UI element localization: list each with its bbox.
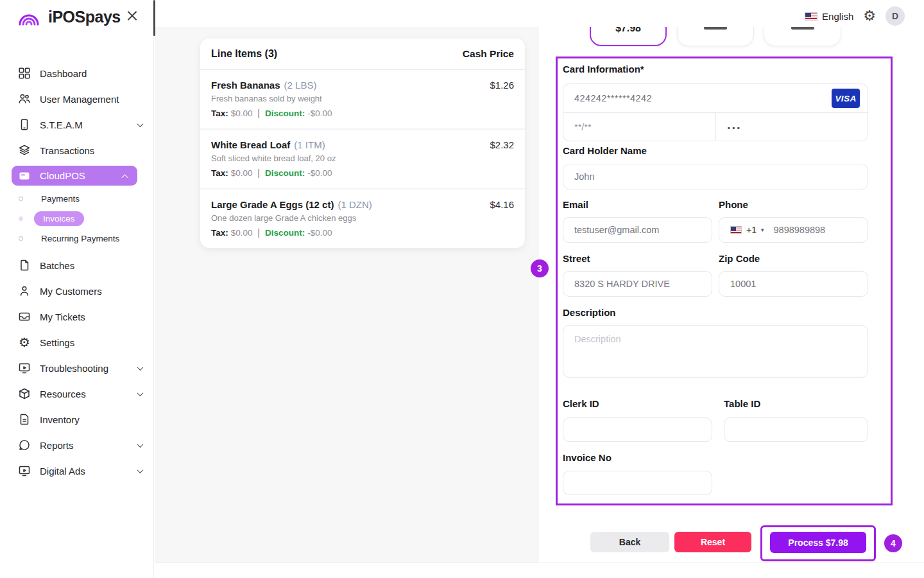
table-id-label: Table ID: [724, 398, 760, 409]
sidebar-item-label: CloudPOS: [40, 170, 85, 181]
user-avatar[interactable]: D: [886, 6, 905, 26]
sidebar-nav: Dashboard User Management S.T.E.A.M: [0, 60, 154, 484]
line-item-row: Fresh Bananas (2 LBS) $1.26 Fresh banana…: [200, 70, 525, 128]
description-input[interactable]: [563, 325, 868, 378]
sidebar-item-label: Inventory: [40, 414, 80, 425]
cash-price-header: Cash Price: [463, 48, 514, 60]
bottom-divider: [155, 563, 924, 563]
annotation-step-3: 3: [531, 259, 549, 277]
sidebar-item-label: S.T.E.A.M: [40, 119, 83, 130]
sidebar: iPOSpays Dashboard User Managem: [0, 0, 154, 578]
chevron-down-icon[interactable]: ▾: [761, 227, 764, 233]
sidebar-item-label: Dashboard: [40, 68, 87, 79]
discount-value: -$0.00: [307, 228, 332, 238]
sidebar-item-batches[interactable]: Batches: [0, 252, 154, 278]
tax-label: Tax:: [211, 228, 228, 238]
card-holder-input[interactable]: [563, 164, 868, 189]
sidebar-subitem-recurring-payments[interactable]: Recurring Payments: [0, 229, 154, 249]
item-description: Soft sliced white bread loaf, 20 oz: [211, 153, 514, 163]
discount-value: -$0.00: [307, 109, 332, 118]
line-items-title: Line Items (3): [211, 48, 277, 60]
screen-ads-icon: [18, 464, 31, 477]
discount-label: Discount:: [265, 109, 305, 118]
annotation-step-4: 4: [884, 534, 902, 552]
sidebar-item-label: Batches: [40, 260, 74, 271]
zip-code-input[interactable]: [719, 271, 868, 297]
dashboard-icon: [18, 67, 31, 80]
language-selector[interactable]: English: [805, 11, 853, 22]
us-flag-icon: [805, 12, 817, 21]
sidebar-item-reports[interactable]: Reports: [0, 432, 154, 458]
bullet-icon: [19, 197, 23, 201]
sidebar-item-label: Settings: [40, 337, 74, 348]
file-text-icon: [18, 413, 31, 426]
visa-icon: VISA: [832, 89, 860, 108]
sidebar-item-label: Troubleshooting: [40, 363, 108, 374]
sidebar-item-cloudpos[interactable]: CloudPOS: [12, 166, 137, 186]
item-name: Fresh Bananas: [211, 80, 280, 91]
subitem-label: Payments: [41, 194, 80, 204]
card-cvv-field[interactable]: ...: [715, 112, 868, 141]
sidebar-item-resources[interactable]: Resources: [0, 381, 154, 407]
item-price: $2.32: [490, 139, 514, 150]
card-number-field[interactable]: 424242******4242 VISA: [563, 83, 868, 113]
chevron-down-icon: [137, 121, 144, 127]
chevron-down-icon: [137, 467, 144, 473]
back-button[interactable]: Back: [590, 532, 669, 552]
sidebar-subitem-invoices[interactable]: Invoices: [0, 209, 154, 229]
sidebar-item-settings[interactable]: ⚙ Settings: [0, 329, 154, 355]
card-holder-label: Card Holder Name: [563, 145, 647, 156]
tax-value: $0.00: [231, 228, 253, 238]
item-name: Large Grade A Eggs (12 ct): [211, 199, 334, 210]
sidebar-item-my-customers[interactable]: My Customers: [0, 278, 154, 304]
phone-input[interactable]: +1 ▾ 9898989898: [719, 217, 868, 243]
table-id-input[interactable]: [724, 417, 868, 442]
brand-logo[interactable]: iPOSpays: [17, 8, 121, 26]
item-description: Fresh bananas sold by weight: [211, 94, 514, 103]
tax-label: Tax:: [211, 168, 228, 178]
divider: [259, 169, 260, 178]
sidebar-item-inventory[interactable]: Inventory: [0, 407, 154, 432]
process-button[interactable]: Process $7.98: [770, 532, 866, 553]
sidebar-item-troubleshooting[interactable]: Troubleshooting: [0, 355, 154, 381]
settings-gear-icon[interactable]: ⚙: [863, 9, 876, 23]
item-unit: (1 DZN): [338, 199, 372, 210]
email-input[interactable]: [563, 217, 712, 243]
package-icon: [18, 387, 31, 400]
street-input[interactable]: [563, 271, 712, 297]
street-label: Street: [563, 253, 590, 264]
sidebar-item-my-tickets[interactable]: My Tickets: [0, 304, 154, 329]
item-description: One dozen large Grade A chicken eggs: [211, 213, 514, 223]
reset-button[interactable]: Reset: [674, 532, 751, 552]
card-number-value: 424242******4242: [574, 93, 652, 103]
sidebar-item-dashboard[interactable]: Dashboard: [0, 60, 154, 86]
chat-bubble-icon: [18, 439, 31, 451]
rainbow-logo-icon: [17, 8, 43, 26]
card-information-label: Card Information*: [563, 64, 644, 74]
item-price: $1.26: [490, 80, 514, 91]
expiry-value: **/**: [574, 122, 592, 132]
description-label: Description: [563, 307, 616, 318]
tax-value: $0.00: [231, 168, 253, 178]
sidebar-item-steam[interactable]: S.T.E.A.M: [0, 112, 154, 137]
scrollbar-thumb[interactable]: [153, 0, 155, 36]
item-tax-line: Tax: $0.00 Discount: -$0.00: [211, 228, 514, 238]
sidebar-item-label: User Management: [40, 94, 119, 105]
sidebar-item-digital-ads[interactable]: Digital Ads: [0, 458, 154, 484]
sidebar-item-user-management[interactable]: User Management: [0, 86, 154, 112]
file-icon: [18, 259, 31, 272]
item-tax-line: Tax: $0.00 Discount: -$0.00: [211, 168, 514, 178]
sidebar-item-label: Digital Ads: [40, 466, 85, 477]
sidebar-item-transactions[interactable]: Transactions: [0, 137, 154, 163]
close-icon[interactable]: [126, 10, 138, 22]
bullet-icon: [19, 216, 23, 221]
item-price: $4.16: [490, 199, 514, 210]
sidebar-subitem-payments[interactable]: Payments: [0, 189, 154, 209]
email-label: Email: [563, 199, 588, 210]
clerk-id-input[interactable]: [563, 417, 712, 442]
inbox-icon: [18, 310, 31, 323]
monitor-icon: [18, 362, 31, 374]
card-expiry-field[interactable]: **/**: [563, 112, 716, 141]
invoice-no-input[interactable]: [563, 471, 712, 495]
chevron-down-icon: [137, 390, 144, 396]
